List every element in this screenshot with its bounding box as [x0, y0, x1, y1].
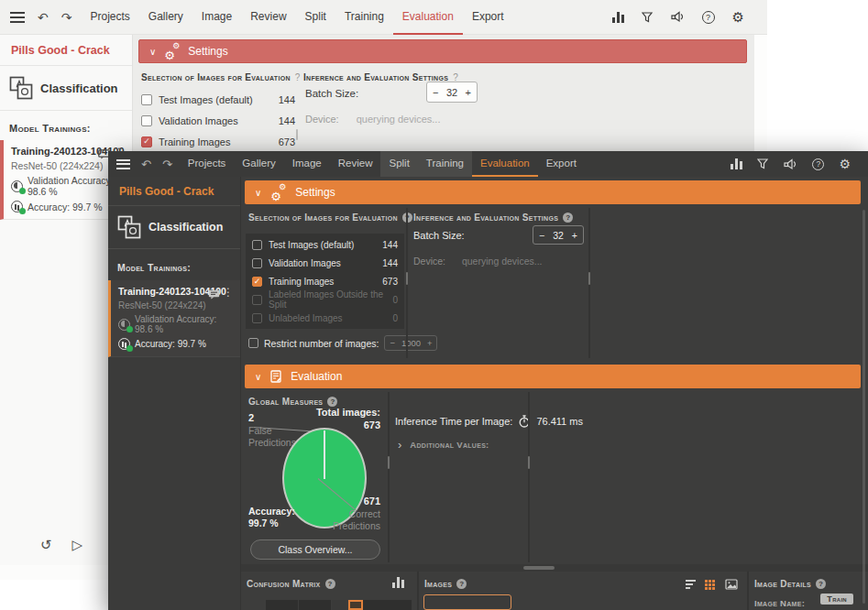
selection-row-unlabeled[interactable]: ✓ Unlabeled Images 0 [246, 309, 404, 327]
batch-size-stepper[interactable]: − 32 + [533, 225, 584, 245]
inference-time-panel: Inference Time per Image: 76.411 ms › Ad… [390, 390, 528, 564]
collapse-chevron-icon[interactable]: ∨ [255, 188, 261, 198]
stepper-plus[interactable]: + [427, 338, 433, 348]
help-question-icon[interactable]: ? [325, 579, 335, 589]
project-type-row[interactable]: Classification [108, 206, 240, 249]
selected-matrix-cell[interactable] [348, 600, 363, 610]
statistics-icon[interactable] [731, 158, 742, 169]
panel-divider[interactable] [528, 392, 530, 562]
tab-gallery[interactable]: Gallery [234, 151, 283, 177]
redo-icon[interactable]: ↷ [61, 10, 72, 25]
settings-section-header[interactable]: ∨ ⚙⚙ Settings [245, 180, 861, 204]
selection-row-training[interactable]: ✓ Training Images 673 [141, 131, 295, 152]
filter-icon[interactable] [642, 12, 654, 23]
help-question-icon[interactable]: ? [563, 212, 573, 223]
checkbox[interactable]: ✓ [141, 115, 152, 126]
row-count: 673 [279, 136, 295, 147]
image-view-icon[interactable] [725, 579, 738, 590]
checkbox-checked[interactable]: ✓ [141, 136, 152, 147]
help-icon[interactable]: ? [812, 158, 824, 170]
help-question-icon[interactable]: ? [456, 579, 467, 589]
evaluation-section-header[interactable]: ∨ Evaluation [245, 365, 861, 388]
selection-row-validation[interactable]: ✓ Validation Images 144 [141, 110, 295, 131]
collapse-chevron-icon[interactable]: ∨ [149, 47, 156, 57]
tab-evaluation[interactable]: Evaluation [472, 151, 538, 177]
run-icon[interactable]: ▷ [72, 537, 83, 553]
validation-accuracy-row: Validation Accuracy: 98.6 % [118, 314, 233, 334]
panel-divider-handle[interactable] [406, 272, 408, 285]
tab-projects[interactable]: Projects [81, 0, 138, 35]
selection-row-validation[interactable]: ✓ Validation Images 144 [246, 254, 404, 272]
grid-view-icon[interactable] [705, 580, 708, 583]
project-type-row[interactable]: Classification [0, 66, 132, 111]
confusion-matrix-table[interactable] [266, 600, 412, 610]
help-question-icon[interactable]: ? [816, 579, 826, 589]
collapse-chevron-icon[interactable]: ∨ [255, 372, 261, 382]
history-icon[interactable]: ↺ [40, 537, 52, 553]
selected-image-thumbnail[interactable] [423, 594, 511, 610]
accuracy-summary: Accuracy: 99.7 % [248, 506, 295, 529]
tab-export[interactable]: Export [538, 151, 585, 177]
comment-icon[interactable] [208, 287, 220, 303]
settings-gear-icon[interactable]: ⚙ [839, 158, 851, 170]
tab-split[interactable]: Split [380, 151, 417, 177]
stepper-minus[interactable]: − [539, 230, 544, 241]
tab-projects[interactable]: Projects [180, 151, 235, 177]
checkbox[interactable]: ✓ [252, 240, 262, 250]
selection-row-labeled-outside[interactable]: ✓ Labeled Images Outside the Split 0 [246, 290, 404, 309]
selection-row-training[interactable]: ✓ Training Images 673 [246, 272, 404, 290]
settings-section-header[interactable]: ∨ ⚙⚙ Settings [138, 39, 747, 63]
checkbox-checked[interactable]: ✓ [252, 277, 262, 287]
sort-icon[interactable] [686, 578, 696, 591]
horizontal-scrollbar[interactable] [241, 564, 868, 572]
horizontal-scrollbar-thumb[interactable] [523, 566, 555, 570]
tab-image[interactable]: Image [284, 151, 330, 177]
matrix-chart-icon[interactable] [392, 577, 404, 588]
batch-size-stepper[interactable]: − 32 + [426, 82, 478, 103]
panel-divider-handle[interactable] [588, 272, 590, 285]
tab-gallery[interactable]: Gallery [139, 0, 192, 35]
batch-size-label: Batch Size: [413, 230, 465, 241]
statistics-icon[interactable] [612, 12, 624, 23]
more-options-icon[interactable]: ⋮ [223, 287, 234, 298]
global-measures-panel: Global Measures ? Total images: 673 2 Fa… [241, 390, 388, 564]
restrict-checkbox[interactable]: ✓ [248, 338, 258, 348]
stepper-minus[interactable]: − [433, 87, 438, 98]
feedback-icon[interactable] [671, 11, 685, 23]
hamburger-menu-icon[interactable] [10, 9, 25, 26]
tab-image[interactable]: Image [192, 0, 241, 35]
additional-values-toggle[interactable]: › Additional Values: [398, 439, 489, 451]
help-question-icon[interactable]: ? [295, 72, 301, 82]
stepper-plus[interactable]: + [466, 87, 471, 98]
panel-divider-handle[interactable] [296, 129, 298, 140]
tab-export[interactable]: Export [463, 0, 513, 35]
selection-row-test[interactable]: ✓ Test Images (default) 144 [246, 235, 404, 254]
redo-icon[interactable]: ↷ [162, 158, 172, 171]
toolbar: ↶ ↷ Projects Gallery Image Review Split … [108, 151, 868, 177]
feedback-icon[interactable] [784, 158, 797, 170]
settings-gear-icon[interactable]: ⚙ [732, 10, 744, 24]
filter-icon[interactable] [757, 158, 769, 169]
selection-row-test[interactable]: ✓ Test Images (default) 144 [141, 89, 295, 110]
checkbox[interactable]: ✓ [252, 258, 262, 268]
tab-evaluation[interactable]: Evaluation [393, 0, 463, 35]
tab-training[interactable]: Training [335, 0, 393, 35]
vertical-scrollbar[interactable] [863, 210, 865, 604]
help-icon[interactable]: ? [702, 11, 715, 24]
tab-review[interactable]: Review [330, 151, 381, 177]
restrict-count-stepper[interactable]: − 1000 + [384, 335, 437, 351]
tab-review[interactable]: Review [241, 0, 295, 35]
checkbox[interactable]: ✓ [141, 94, 152, 105]
stepper-minus[interactable]: − [390, 338, 395, 348]
classification-icon [9, 76, 33, 100]
panel-divider-handle[interactable] [528, 456, 530, 469]
stepper-plus[interactable]: + [572, 230, 577, 241]
class-overview-button[interactable]: Class Overview... [250, 539, 380, 560]
project-type-label: Classification [40, 82, 118, 95]
tab-split[interactable]: Split [296, 0, 335, 35]
tab-training[interactable]: Training [418, 151, 472, 177]
training-list-item[interactable]: Training-240123-104100 ⋮ ResNet-50 (224x… [108, 280, 240, 357]
undo-icon[interactable]: ↶ [141, 158, 151, 171]
undo-icon[interactable]: ↶ [38, 10, 49, 25]
hamburger-menu-icon[interactable] [116, 157, 130, 171]
